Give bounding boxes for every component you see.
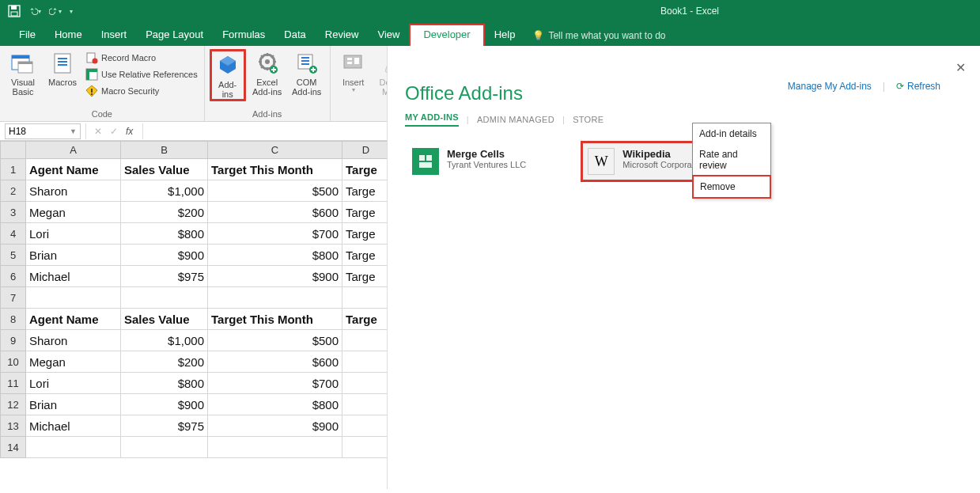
cell[interactable]: $1,000 — [121, 180, 208, 202]
cell[interactable]: $500 — [208, 330, 342, 351]
cell[interactable]: $200 — [121, 202, 208, 223]
column-header[interactable]: B — [121, 142, 208, 159]
cell[interactable]: Michael — [26, 415, 121, 437]
row-header[interactable]: 14 — [1, 437, 26, 458]
cell[interactable]: Lori — [26, 373, 121, 394]
cell[interactable] — [342, 287, 390, 309]
cell[interactable]: Sales Value — [121, 309, 208, 330]
cell[interactable]: $800 — [121, 373, 208, 394]
cancel-formula-icon[interactable]: ✕ — [94, 126, 102, 137]
cell[interactable]: Targe — [342, 223, 390, 245]
addin-merge-cells[interactable]: Merge Cells Tyrant Ventures LLC — [405, 141, 533, 182]
cell[interactable]: Michael — [26, 266, 121, 287]
cell[interactable]: $700 — [208, 223, 342, 245]
cell[interactable]: Agent Name — [26, 309, 121, 330]
cell[interactable]: Sharon — [26, 330, 121, 351]
cell[interactable] — [26, 287, 121, 309]
record-macro-button[interactable]: Record Macro — [84, 51, 199, 65]
menu-addin-details[interactable]: Add-in details — [693, 123, 770, 144]
cell[interactable]: Brian — [26, 245, 121, 266]
cell[interactable]: Targe — [342, 245, 390, 266]
cell[interactable]: $800 — [208, 394, 342, 415]
cell[interactable]: $900 — [121, 245, 208, 266]
row-header[interactable]: 2 — [1, 180, 26, 202]
row-header[interactable]: 8 — [1, 309, 26, 330]
cell[interactable] — [342, 351, 390, 373]
save-icon[interactable] — [8, 5, 21, 17]
row-header[interactable]: 6 — [1, 266, 26, 287]
excel-addins-button[interactable]: Excel Add-ins — [249, 49, 286, 97]
tab-data[interactable]: Data — [274, 24, 315, 46]
tab-file[interactable]: File — [9, 24, 45, 46]
cell[interactable]: Lori — [26, 223, 121, 245]
cell[interactable] — [208, 437, 342, 458]
cell[interactable]: Targe — [342, 309, 390, 330]
row-header[interactable]: 13 — [1, 415, 26, 437]
name-box[interactable]: H18 ▼ — [5, 123, 81, 139]
manage-my-addins-link[interactable]: Manage My Add-ins — [788, 81, 872, 92]
cell[interactable]: $800 — [121, 223, 208, 245]
row-header[interactable]: 1 — [1, 159, 26, 180]
row-header[interactable]: 12 — [1, 394, 26, 415]
row-header[interactable]: 7 — [1, 287, 26, 309]
cell[interactable]: $200 — [121, 351, 208, 373]
cell[interactable] — [342, 330, 390, 351]
refresh-link[interactable]: ⟳Refresh — [896, 81, 940, 92]
dropdown-caret-icon[interactable]: ▾ — [59, 8, 62, 15]
fx-icon[interactable]: fx — [126, 126, 133, 137]
tell-me-search[interactable]: Tell me what you want to do — [524, 25, 673, 46]
cell[interactable]: $900 — [208, 266, 342, 287]
column-header[interactable]: C — [208, 142, 342, 159]
tab-developer[interactable]: Developer — [409, 24, 484, 46]
cell[interactable] — [342, 394, 390, 415]
macro-security-button[interactable]: Macro Security — [84, 84, 199, 98]
row-header[interactable]: 10 — [1, 351, 26, 373]
column-header[interactable]: A — [26, 142, 121, 159]
pane-tab-my-addins[interactable]: MY ADD-INS — [405, 112, 459, 127]
row-header[interactable]: 11 — [1, 373, 26, 394]
cell[interactable]: Targe — [342, 266, 390, 287]
cell[interactable]: Megan — [26, 351, 121, 373]
enter-formula-icon[interactable]: ✓ — [110, 126, 118, 137]
cell[interactable]: $600 — [208, 351, 342, 373]
qat-customize-caret-icon[interactable]: ▾ — [70, 8, 73, 15]
tab-review[interactable]: Review — [316, 24, 369, 46]
row-header[interactable]: 4 — [1, 223, 26, 245]
macros-button[interactable]: Macros — [44, 49, 81, 87]
insert-control-button[interactable]: Insert ▾ — [335, 49, 372, 94]
cell[interactable]: $975 — [121, 415, 208, 437]
use-relative-references-button[interactable]: Use Relative References — [84, 67, 199, 82]
tab-formulas[interactable]: Formulas — [213, 24, 274, 46]
cell[interactable]: Sales Value — [121, 159, 208, 180]
menu-rate-and-review[interactable]: Rate and review — [693, 144, 770, 176]
cell[interactable]: $900 — [121, 394, 208, 415]
cell[interactable]: Agent Name — [26, 159, 121, 180]
cell[interactable]: $975 — [121, 266, 208, 287]
cell[interactable]: Target This Month — [208, 159, 342, 180]
tab-home[interactable]: Home — [45, 24, 92, 46]
close-icon[interactable]: ✕ — [955, 60, 966, 75]
redo-icon[interactable]: ▾ — [49, 5, 62, 17]
com-addins-button[interactable]: COM Add-ins — [289, 49, 325, 97]
addins-button[interactable]: Add-ins — [210, 49, 246, 101]
tab-help[interactable]: Help — [485, 24, 525, 46]
column-header[interactable]: D — [342, 142, 390, 159]
cell[interactable]: Targe — [342, 159, 390, 180]
cell[interactable]: $800 — [208, 245, 342, 266]
cell[interactable] — [342, 437, 390, 458]
cell[interactable]: Sharon — [26, 180, 121, 202]
dropdown-caret-icon[interactable]: ▼ — [70, 127, 77, 135]
cell[interactable] — [208, 287, 342, 309]
tab-insert[interactable]: Insert — [92, 24, 137, 46]
tab-view[interactable]: View — [368, 24, 409, 46]
row-header[interactable]: 5 — [1, 245, 26, 266]
cell[interactable]: $900 — [208, 415, 342, 437]
cell[interactable]: $500 — [208, 180, 342, 202]
cell[interactable]: Megan — [26, 202, 121, 223]
cell[interactable]: Target This Month — [208, 309, 342, 330]
pane-tab-store[interactable]: STORE — [573, 115, 604, 124]
cell[interactable]: Brian — [26, 394, 121, 415]
cell[interactable] — [121, 287, 208, 309]
cell[interactable] — [342, 415, 390, 437]
cell[interactable]: $600 — [208, 202, 342, 223]
